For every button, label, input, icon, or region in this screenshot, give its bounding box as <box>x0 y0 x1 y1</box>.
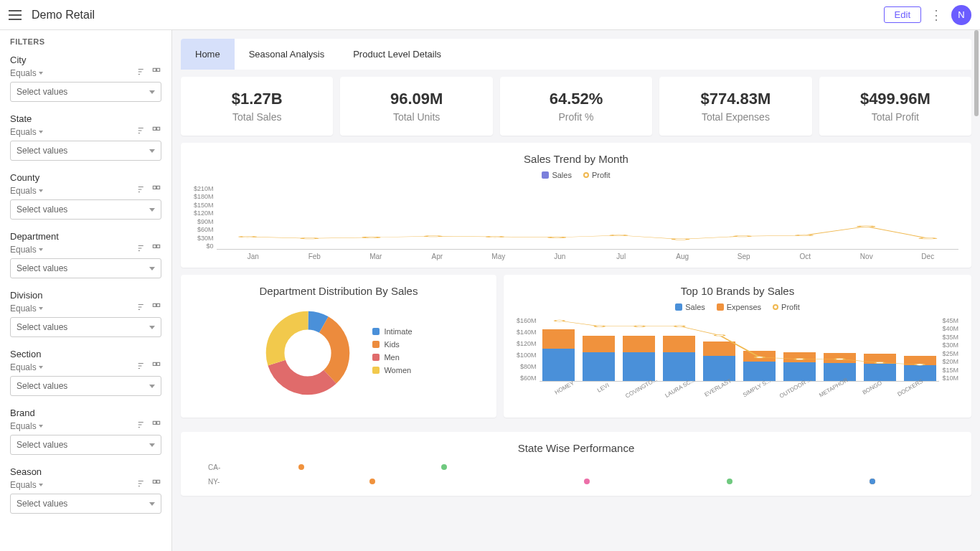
svg-point-20 <box>487 236 502 237</box>
filter-operator[interactable]: Equals <box>10 186 43 196</box>
filter-operator[interactable]: Equals <box>10 68 43 78</box>
brands-bars <box>540 317 940 382</box>
kpi-card: 96.09MTotal Units <box>340 77 492 136</box>
svg-rect-6 <box>153 245 156 248</box>
settings-icon[interactable] <box>151 243 161 255</box>
settings-icon[interactable] <box>151 361 161 373</box>
chart-title: Top 10 Brands by Sales <box>517 285 958 297</box>
tabs: HomeSeasonal AnalysisProduct Level Detai… <box>181 39 971 70</box>
sort-icon[interactable] <box>137 302 147 314</box>
filter-group: State Equals Select values <box>10 113 161 161</box>
svg-rect-14 <box>153 480 156 483</box>
stacked-bar[interactable] <box>864 354 896 381</box>
menu-icon[interactable] <box>9 10 22 20</box>
topbar: Demo Retail Edit ⋮ N <box>0 0 980 30</box>
chart-title: Sales Trend by Month <box>194 153 958 165</box>
kpi-card: 64.52%Profit % <box>500 77 652 136</box>
tab-product-level-details[interactable]: Product Level Details <box>339 39 456 70</box>
settings-icon[interactable] <box>151 302 161 314</box>
scatter-point[interactable] <box>298 464 304 470</box>
stacked-bar[interactable] <box>542 329 575 381</box>
tab-home[interactable]: Home <box>181 39 235 70</box>
scatter-point[interactable] <box>441 464 447 470</box>
filter-operator[interactable]: Equals <box>10 245 43 255</box>
sort-icon[interactable] <box>137 243 147 255</box>
svg-rect-7 <box>157 245 160 248</box>
svg-rect-4 <box>153 186 156 189</box>
kpi-value: 64.52% <box>507 90 645 108</box>
filter-operator[interactable]: Equals <box>10 303 43 314</box>
filter-group: Division Equals Select values <box>10 290 161 337</box>
scrollbar-track[interactable] <box>974 30 979 551</box>
svg-point-33 <box>595 326 604 327</box>
settings-icon[interactable] <box>151 184 161 197</box>
scatter-point[interactable] <box>727 479 732 484</box>
filter-select[interactable]: Select values <box>10 317 161 337</box>
filter-label: Section <box>10 349 161 359</box>
filter-select[interactable]: Select values <box>10 258 161 278</box>
stacked-bar[interactable] <box>824 353 856 381</box>
kpi-label: Total Sales <box>188 111 326 123</box>
filter-select[interactable]: Select values <box>10 199 161 220</box>
filter-label: Season <box>10 466 161 477</box>
kpi-row: $1.27BTotal Sales96.09MTotal Units64.52%… <box>181 77 971 136</box>
svg-rect-9 <box>157 303 160 306</box>
filter-select[interactable]: Select values <box>10 82 161 102</box>
filter-operator[interactable]: Equals <box>10 421 43 431</box>
sort-icon[interactable] <box>137 361 147 373</box>
filter-select[interactable]: Select values <box>10 494 161 514</box>
svg-point-22 <box>611 235 626 236</box>
donut-legend: IntimateKidsMenWomen <box>372 327 412 379</box>
sort-icon[interactable] <box>137 184 147 197</box>
tab-seasonal-analysis[interactable]: Seasonal Analysis <box>235 39 339 70</box>
edit-button[interactable]: Edit <box>884 6 921 23</box>
filter-operator[interactable]: Equals <box>10 362 43 372</box>
filter-label: Department <box>10 231 161 242</box>
filter-label: Division <box>10 290 161 301</box>
svg-rect-1 <box>157 68 160 71</box>
stacked-bar[interactable] <box>663 336 695 381</box>
chart-title: State Wise Performance <box>194 442 958 454</box>
scatter-point[interactable] <box>870 479 875 484</box>
kpi-card: $499.96MTotal Profit <box>819 77 971 136</box>
legend-sales: Sales <box>675 303 705 311</box>
filter-operator[interactable]: Equals <box>10 480 43 490</box>
svg-point-27 <box>920 237 936 239</box>
svg-point-31 <box>275 321 341 386</box>
kpi-value: 96.09M <box>347 90 485 108</box>
stacked-bar[interactable] <box>583 336 615 381</box>
sort-icon[interactable] <box>137 67 147 79</box>
svg-point-16 <box>240 236 255 237</box>
svg-rect-0 <box>153 68 156 71</box>
settings-icon[interactable] <box>151 67 161 79</box>
state-row: CA- <box>208 460 944 474</box>
stacked-bar[interactable] <box>703 342 735 381</box>
scrollbar-thumb[interactable] <box>974 30 979 116</box>
scatter-point[interactable] <box>369 479 375 484</box>
app-title: Demo Retail <box>32 9 95 22</box>
sales-trend-card: Sales Trend by Month Sales Profit $210M$… <box>181 143 971 268</box>
sort-icon[interactable] <box>137 479 147 491</box>
filter-select[interactable]: Select values <box>10 435 161 455</box>
dept-dist-card: Department Distribution By Sales Intimat… <box>181 275 496 418</box>
x-axis: HOMEYLEVICOVINGTO...LAURA SC...EVERLASTS… <box>517 385 958 391</box>
sort-icon[interactable] <box>137 420 147 432</box>
filter-select[interactable]: Select values <box>10 376 161 396</box>
stacked-bar[interactable] <box>623 336 655 381</box>
sort-icon[interactable] <box>137 126 147 138</box>
x-axis: JanFebMarAprMayJunJulAugSepOctNovDec <box>194 253 958 260</box>
kpi-value: $774.83M <box>666 90 804 108</box>
svg-point-35 <box>674 326 684 327</box>
kebab-icon[interactable]: ⋮ <box>930 7 943 23</box>
settings-icon[interactable] <box>151 479 161 491</box>
avatar[interactable]: N <box>951 5 971 25</box>
scatter-point[interactable] <box>584 479 590 484</box>
filter-select[interactable]: Select values <box>10 141 161 161</box>
svg-rect-13 <box>157 421 160 424</box>
filter-label: City <box>10 55 161 65</box>
svg-rect-3 <box>157 127 160 130</box>
settings-icon[interactable] <box>151 420 161 432</box>
svg-point-19 <box>425 235 440 237</box>
filter-operator[interactable]: Equals <box>10 127 43 137</box>
settings-icon[interactable] <box>151 126 161 138</box>
